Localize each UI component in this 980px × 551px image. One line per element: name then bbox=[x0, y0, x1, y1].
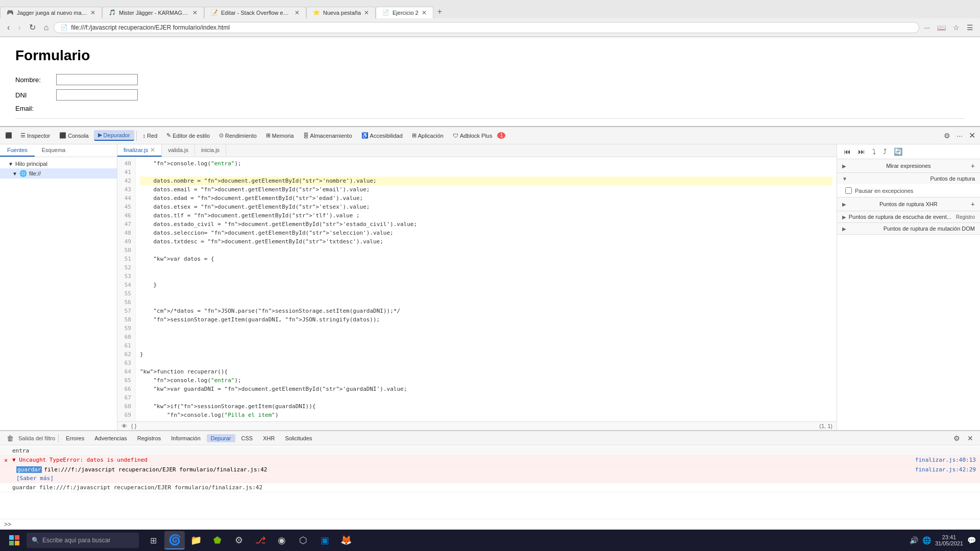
more-button[interactable]: ··· bbox=[921, 22, 933, 33]
tree-item-hilo[interactable]: ▼ Hilo principal bbox=[0, 159, 117, 168]
address-bar[interactable]: 📄 file:///f:/javascript recuperacion/EJE… bbox=[54, 22, 919, 33]
code-line[interactable] bbox=[140, 324, 832, 333]
tab-close-4[interactable]: ✕ bbox=[364, 9, 369, 16]
reader-button[interactable]: 📖 bbox=[935, 22, 948, 33]
home-button[interactable]: ⌂ bbox=[41, 22, 52, 33]
tab-2[interactable]: 🎵 Mister Jägger - KARMAGGÁN - Pre... ✕ bbox=[102, 7, 204, 18]
code-line[interactable]: "fn">console.log("entra"); bbox=[140, 376, 832, 385]
code-tab-valida[interactable]: valida.js bbox=[162, 144, 195, 157]
dbg-section-xhr-header[interactable]: ▶ Puntos de ruptura XHR + bbox=[837, 197, 980, 211]
dbg-stepout-button[interactable]: ⤴ bbox=[880, 146, 889, 157]
code-line[interactable] bbox=[140, 298, 832, 307]
tab-3[interactable]: 📝 Editar - Stack Overflow en esp... ✕ bbox=[204, 7, 306, 18]
code-line[interactable] bbox=[140, 289, 832, 298]
code-line[interactable]: } bbox=[140, 350, 832, 359]
saber-mas-link[interactable]: [Saber más] bbox=[16, 475, 54, 482]
debugger-button[interactable]: ▶ Depurador bbox=[94, 130, 134, 141]
devtools-close-button[interactable]: ✕ bbox=[966, 130, 978, 141]
code-line[interactable] bbox=[140, 359, 832, 367]
console-close-button[interactable]: ✕ bbox=[965, 433, 976, 443]
console-button[interactable]: ⬛ Consola bbox=[55, 131, 92, 140]
console-info-button[interactable]: Información bbox=[167, 434, 204, 442]
tab-close-3[interactable]: ✕ bbox=[295, 9, 300, 16]
adblock-button[interactable]: 🛡 Adblock Plus bbox=[449, 131, 497, 140]
tab-close-1[interactable]: ✕ bbox=[90, 9, 95, 16]
code-line[interactable]: datos.etsex = "fn">document.getElementBy… bbox=[140, 203, 832, 211]
code-line[interactable] bbox=[140, 272, 832, 281]
dt-options-button[interactable]: ⬛ bbox=[2, 131, 15, 140]
code-line[interactable]: datos.nombre = "fn">document.getElementB… bbox=[140, 177, 832, 185]
code-line[interactable] bbox=[140, 393, 832, 402]
tab-5[interactable]: 📄 Ejercicio 2 ✕ bbox=[376, 7, 433, 18]
code-line[interactable]: datos.edad = "fn">document.getElementByI… bbox=[140, 194, 832, 203]
dbg-stepover-button[interactable]: ⏭ bbox=[855, 146, 868, 157]
console-requests-button[interactable]: Solicitudes bbox=[281, 434, 316, 442]
code-line[interactable] bbox=[140, 341, 832, 350]
code-line[interactable]: "cm">/*datos = "fn">JSON.parse("fn">sess… bbox=[140, 307, 832, 315]
accessibility-button[interactable]: ♿ Accesibilidad bbox=[357, 131, 407, 140]
code-line[interactable]: "fn">console.log("Pilla el item") bbox=[140, 411, 832, 419]
input-nombre[interactable] bbox=[56, 74, 138, 85]
console-settings-button[interactable]: ⚙ bbox=[951, 433, 963, 443]
devtools-settings-button[interactable]: ⚙ bbox=[941, 131, 953, 141]
performance-button[interactable]: ⊙ Rendimiento bbox=[215, 131, 261, 140]
forward-button[interactable]: › bbox=[15, 22, 23, 33]
dbg-section-event-header[interactable]: ▶ Puntos de ruptura de escucha de event.… bbox=[837, 211, 980, 222]
code-line[interactable]: } bbox=[140, 281, 832, 289]
code-line[interactable]: "kw">var guardaDNI = "fn">document.getEl… bbox=[140, 385, 832, 393]
code-line[interactable]: "kw">if("fn">sessionStorage.getItem(guar… bbox=[140, 402, 832, 411]
console-error-link-file[interactable]: finalizar.js:42:29 bbox=[915, 466, 976, 473]
code-line[interactable]: datos.estado_civil = "fn">document.getEl… bbox=[140, 220, 832, 229]
console-debug-button[interactable]: Depurar bbox=[207, 434, 235, 442]
code-line[interactable] bbox=[140, 168, 832, 177]
pause-exceptions-input[interactable] bbox=[845, 187, 852, 194]
code-tab-finalizar-close[interactable]: ✕ bbox=[150, 146, 155, 154]
code-line[interactable]: datos.tlf = "fn">document.getElementById… bbox=[140, 211, 832, 220]
input-dni[interactable] bbox=[56, 89, 138, 101]
console-errors-button[interactable]: Errores bbox=[62, 434, 88, 442]
bookmark-button[interactable]: ☆ bbox=[950, 22, 962, 33]
code-line[interactable]: datos.txtdesc = "fn">document.getElement… bbox=[140, 237, 832, 246]
tab-4[interactable]: ⭐ Nueva pestaña ✕ bbox=[306, 7, 376, 18]
tree-item-file[interactable]: ▼ 🌐 file:// bbox=[0, 168, 117, 179]
console-input[interactable] bbox=[15, 521, 976, 528]
error-expand-icon[interactable]: ▼ bbox=[12, 457, 16, 463]
application-button[interactable]: ⊞ Aplicación bbox=[408, 131, 448, 140]
dbg-section-breakpoints-header[interactable]: ▼ Puntos de ruptura bbox=[837, 173, 980, 184]
console-error-file[interactable]: finalizar.js:40:13 bbox=[915, 457, 976, 463]
reload-button[interactable]: ↻ bbox=[26, 21, 39, 33]
tab-close-5[interactable]: ✕ bbox=[422, 9, 427, 16]
console-xhr-button[interactable]: XHR bbox=[259, 434, 279, 442]
sources-tab-fuentes[interactable]: Fuentes bbox=[0, 144, 35, 157]
devtools-more-button[interactable]: ··· bbox=[954, 131, 965, 141]
code-line[interactable]: datos.email = "fn">document.getElementBy… bbox=[140, 185, 832, 194]
dbg-reload-button[interactable]: 🔄 bbox=[891, 146, 905, 157]
new-tab-button[interactable]: + bbox=[433, 5, 446, 18]
inspector-button[interactable]: ☰ Inspector bbox=[16, 131, 54, 140]
tab-close-2[interactable]: ✕ bbox=[192, 9, 198, 16]
menu-button[interactable]: ☰ bbox=[964, 22, 976, 33]
console-trash-button[interactable]: 🗑 bbox=[4, 433, 16, 443]
dbg-stepinto-button[interactable]: ⤵ bbox=[870, 146, 878, 157]
console-css-button[interactable]: CSS bbox=[237, 434, 257, 442]
storage-button[interactable]: 🗄 Almacenamiento bbox=[299, 131, 356, 140]
code-line[interactable]: "kw">function recuperar(){ bbox=[140, 367, 832, 376]
xhr-add-icon[interactable]: + bbox=[971, 200, 975, 208]
tab-1[interactable]: 🎮 Jagger juega al nuevo mapa de... ✕ bbox=[0, 7, 102, 18]
dbg-section-dom-header[interactable]: ▶ Puntos de ruptura de mutación DOM bbox=[837, 223, 980, 234]
code-line[interactable]: datos.seleccion= "fn">document.getElemen… bbox=[140, 229, 832, 237]
style-editor-button[interactable]: ✎ Editor de estilo bbox=[162, 131, 214, 140]
code-line[interactable]: "fn">sessionStorage.getItem(guardaDNI, "… bbox=[140, 315, 832, 324]
code-line[interactable]: "fn">console.log("entra"); bbox=[140, 159, 832, 168]
guardar-link[interactable]: guardar bbox=[16, 466, 42, 473]
sources-tab-esquema[interactable]: Esquema bbox=[35, 144, 72, 157]
code-line[interactable] bbox=[140, 246, 832, 255]
dbg-resume-button[interactable]: ⏮ bbox=[841, 146, 853, 157]
back-button[interactable]: ‹ bbox=[4, 22, 13, 33]
console-warnings-button[interactable]: Advertencias bbox=[90, 434, 131, 442]
pause-on-exceptions-checkbox[interactable]: Pausar en excepciones bbox=[845, 187, 972, 194]
memory-button[interactable]: ⊞ Memoria bbox=[262, 131, 298, 140]
code-tab-finalizar[interactable]: finalizar.js ✕ bbox=[117, 144, 162, 157]
code-line[interactable] bbox=[140, 333, 832, 341]
code-tab-inicia[interactable]: inicia.js bbox=[195, 144, 226, 157]
